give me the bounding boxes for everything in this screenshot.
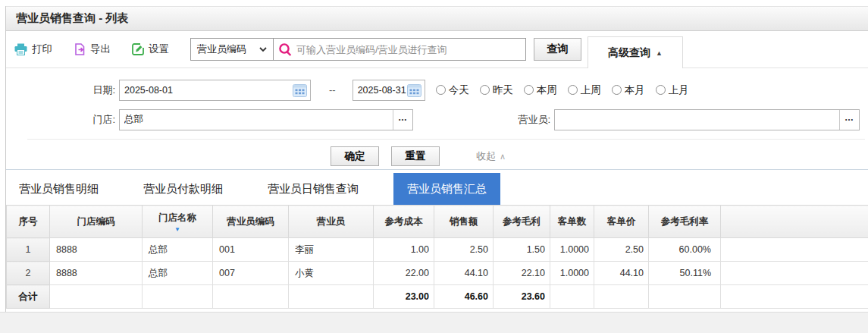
tab-salesperson-daily-sales[interactable]: 营业员日销售查询 <box>258 173 368 205</box>
radio-this-week[interactable]: 本周 <box>524 83 557 97</box>
reset-button[interactable]: 重置 <box>391 146 440 166</box>
radio-circle-icon <box>436 85 446 95</box>
export-label: 导出 <box>90 42 111 56</box>
search-box <box>273 38 526 61</box>
cell-seq: 2 <box>7 262 50 285</box>
radio-circle-icon <box>480 85 490 95</box>
col-header-clerk-code[interactable]: 营业员编码 <box>213 206 289 238</box>
cell-filler <box>721 262 868 285</box>
print-label: 打印 <box>32 42 52 56</box>
radio-circle-icon <box>612 85 622 95</box>
radio-this-week-label: 本周 <box>537 83 557 97</box>
cell-filler <box>721 238 868 262</box>
confirm-button[interactable]: 确定 <box>331 146 379 166</box>
cell-clerk: 李丽 <box>289 238 374 262</box>
col-header-store-code[interactable]: 门店编码 <box>50 206 143 238</box>
tab-salesperson-payment-detail[interactable]: 营业员付款明细 <box>133 173 233 205</box>
cell-empty <box>649 285 721 309</box>
date-label: 日期: <box>6 83 119 97</box>
col-header-order-count[interactable]: 客单数 <box>550 206 594 238</box>
advanced-filter-panel: 日期: -- 今天 <box>6 68 868 170</box>
tab-salesperson-sales-summary[interactable]: 营业员销售汇总 <box>393 173 500 205</box>
calendar-icon[interactable] <box>293 83 307 97</box>
col-header-seq[interactable]: 序号 <box>7 206 50 238</box>
radio-today-label: 今天 <box>449 83 469 97</box>
radio-circle-icon <box>656 85 666 95</box>
cell-ref-profit: 1.50 <box>494 238 550 262</box>
col-header-sales-amount[interactable]: 销售额 <box>434 206 494 238</box>
triangle-up-icon: ▲ <box>656 49 663 57</box>
radio-last-week-label: 上周 <box>581 83 601 97</box>
col-header-store-name[interactable]: 门店名称 ▼ <box>143 206 213 238</box>
clerk-picker-button[interactable]: … <box>839 110 859 130</box>
export-button[interactable]: 导出 <box>74 42 111 56</box>
tab-salesperson-sales-detail[interactable]: 营业员销售明细 <box>9 173 108 205</box>
col-header-clerk[interactable]: 营业员 <box>289 206 374 238</box>
settings-button[interactable]: 设置 <box>132 42 169 56</box>
cell-order-count: 1.0000 <box>550 262 594 285</box>
cell-ref-cost: 22.00 <box>374 262 434 285</box>
collapse-label: 收起 <box>476 149 496 163</box>
clerk-label: 营业员: <box>413 113 554 127</box>
export-icon <box>74 43 86 55</box>
cell-store-code: 8888 <box>50 238 143 262</box>
salesperson-sales-query-page: 营业员销售查询 - 列表 打印 导出 设置 <box>0 0 868 333</box>
collapse-link[interactable]: 收起 ∧ <box>476 149 506 163</box>
radio-yesterday-label: 昨天 <box>493 83 513 97</box>
store-field: … <box>119 109 413 130</box>
sales-summary-table: 序号 门店编码 门店名称 ▼ 营业员编码 营业员 参考成本 销售额 参考毛利 客… <box>6 205 868 309</box>
cell-clerk: 小黄 <box>289 262 374 285</box>
radio-last-month[interactable]: 上月 <box>656 83 689 97</box>
store-input[interactable] <box>120 115 393 125</box>
clerk-field: … <box>554 109 860 130</box>
radio-yesterday[interactable]: 昨天 <box>480 83 513 97</box>
query-button[interactable]: 查询 <box>534 38 581 61</box>
date-range-separator: -- <box>329 84 336 96</box>
search-input[interactable] <box>296 44 525 55</box>
radio-circle-icon <box>568 85 578 95</box>
cell-ref-margin: 60.00% <box>649 238 721 262</box>
cell-empty <box>143 285 213 309</box>
toolbar: 打印 导出 设置 营业员编码 <box>6 31 868 68</box>
cell-order-value: 44.10 <box>594 262 649 285</box>
radio-today[interactable]: 今天 <box>436 83 469 97</box>
print-button[interactable]: 打印 <box>14 42 52 56</box>
col-header-ref-cost[interactable]: 参考成本 <box>374 206 434 238</box>
cell-total-sales-amount: 46.60 <box>434 285 494 309</box>
table-row: 1 8888 总部 001 李丽 1.00 2.50 1.50 1.0000 2… <box>7 238 868 262</box>
col-header-order-value[interactable]: 客单价 <box>594 206 649 238</box>
store-picker-button[interactable]: … <box>393 110 412 130</box>
radio-last-week[interactable]: 上周 <box>568 83 601 97</box>
caret-up-icon: ∧ <box>500 152 506 162</box>
date-from-input[interactable] <box>120 85 293 96</box>
cell-filler <box>721 285 868 309</box>
radio-circle-icon <box>524 85 534 95</box>
page-title: 营业员销售查询 - 列表 <box>6 6 868 31</box>
cell-clerk-code: 007 <box>213 262 289 285</box>
printer-icon <box>14 43 27 55</box>
search-field-select[interactable]: 营业员编码 <box>190 38 274 61</box>
date-to-input[interactable] <box>353 85 407 96</box>
cell-empty <box>213 285 289 309</box>
cell-store-code: 8888 <box>50 262 143 285</box>
calendar-icon[interactable] <box>407 83 421 97</box>
cell-total-ref-profit: 23.60 <box>494 285 550 309</box>
settings-label: 设置 <box>149 42 169 56</box>
radio-this-month[interactable]: 本月 <box>612 83 645 97</box>
col-header-ref-margin[interactable]: 参考毛利率 <box>649 206 721 238</box>
advanced-query-toggle[interactable]: 高级查询 ▲ <box>588 36 683 68</box>
col-header-ref-profit[interactable]: 参考毛利 <box>494 206 550 238</box>
bottom-strip <box>0 312 868 333</box>
cell-empty <box>594 285 649 309</box>
clerk-input[interactable] <box>555 115 839 125</box>
cell-empty <box>289 285 374 309</box>
table-total-row: 合计 23.00 46.60 23.60 <box>7 285 868 309</box>
settings-pencil-icon <box>132 43 144 55</box>
date-filter-row: 日期: -- 今天 <box>6 79 868 101</box>
cell-sales-amount: 44.10 <box>434 262 494 285</box>
date-from-field <box>119 80 311 101</box>
panel-actions: 确定 重置 收起 ∧ <box>6 146 868 166</box>
col-header-filler <box>721 206 868 238</box>
page-title-text: 营业员销售查询 - 列表 <box>16 11 128 26</box>
cell-empty <box>50 285 143 309</box>
